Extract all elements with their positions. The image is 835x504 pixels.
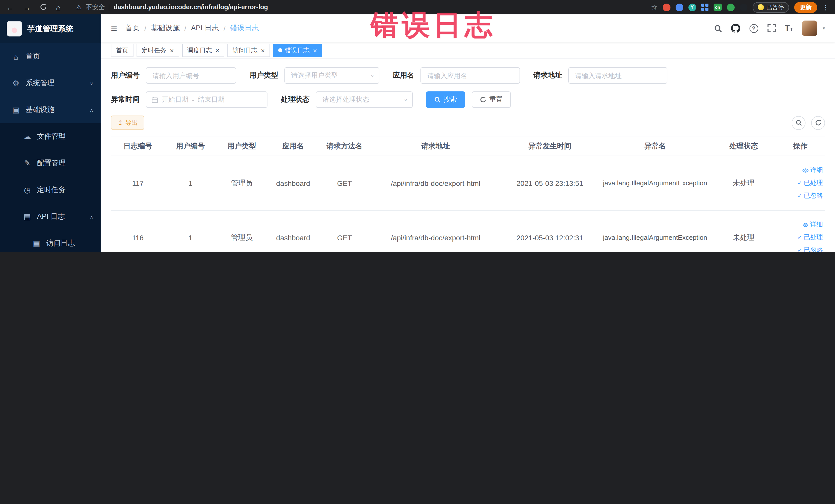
column-header: 应用名 (267, 137, 319, 156)
tab-schedule-log[interactable]: 调度日志× (182, 44, 224, 57)
extension-blue-icon[interactable] (675, 3, 683, 11)
ignore-link[interactable]: ✓已忽略 (797, 244, 823, 252)
row-actions: 详细✓已处理✓已忽略 (776, 164, 823, 202)
url-separator (109, 4, 109, 11)
sidebar-item-home[interactable]: ⌂首页 (0, 43, 101, 70)
sidebar-item-system-mgmt[interactable]: ⚙系统管理∨ (0, 70, 101, 97)
extension-teal-icon[interactable]: Y (688, 3, 696, 11)
browser-update-button[interactable]: 更新 (794, 2, 817, 13)
back-button[interactable]: ← (6, 3, 14, 12)
cell-app: dashboard (267, 156, 319, 210)
user-avatar[interactable] (802, 21, 817, 36)
reload-button[interactable] (40, 3, 47, 12)
tab-home[interactable]: 首页 (111, 44, 134, 57)
processed-link[interactable]: ✓已处理 (797, 177, 823, 189)
extension-dark-icon[interactable] (739, 3, 747, 11)
top-navbar: ≡ 首页/基础设施/API 日志/错误日志 ? TT ▾ (101, 14, 835, 42)
extension-green-icon[interactable] (727, 3, 734, 11)
sidebar-item-access-log[interactable]: ▤访问日志 (0, 230, 101, 252)
ignore-link[interactable]: ✓已忽略 (797, 190, 823, 202)
user-id-input[interactable] (146, 67, 236, 84)
detail-link[interactable]: 详细 (802, 164, 823, 176)
request-url-input[interactable] (568, 67, 667, 84)
request-url-label: 请求地址 (533, 71, 562, 80)
search-button[interactable]: 搜索 (426, 92, 465, 108)
search-icon (434, 97, 441, 103)
sidebar-item-infrastructure[interactable]: ▣基础设施∧ (0, 97, 101, 123)
check-icon: ✓ (797, 244, 802, 252)
sidebar-item-scheduled-jobs[interactable]: ◷定时任务 (0, 177, 101, 203)
sidebar-item-label: 基础设施 (26, 105, 55, 115)
table-tools (792, 116, 825, 130)
tab-error-log[interactable]: 错误日志× (273, 44, 322, 57)
chevron-down-icon: ∨ (89, 81, 94, 85)
eye-icon (802, 222, 809, 228)
close-tab-icon[interactable]: × (216, 47, 219, 54)
font-size-icon[interactable]: TT (785, 24, 793, 32)
chevron-down-icon: ∨ (370, 74, 374, 77)
extension-on-icon[interactable]: on (713, 4, 721, 11)
tab-access-log[interactable]: 访问日志× (227, 44, 270, 57)
app-brand[interactable]: 芋道管理系统 (0, 14, 101, 43)
row-actions: 详细✓已处理✓已忽略 (776, 219, 823, 252)
toggle-search-button[interactable] (792, 116, 806, 130)
close-tab-icon[interactable]: × (170, 47, 174, 54)
tab-scheduled-jobs[interactable]: 定时任务× (137, 44, 179, 57)
emoji-face-icon (757, 4, 763, 10)
table-body: 1171管理员dashboardGET/api/infra/db-doc/exp… (111, 156, 825, 252)
sidebar-item-file-mgmt[interactable]: ☁文件管理 (0, 123, 101, 150)
extension-red-icon[interactable] (663, 3, 670, 11)
start-date-placeholder: 开始日期 (162, 95, 188, 104)
search-button-label: 搜索 (444, 95, 457, 104)
date-range-input[interactable]: 开始日期 - 结束日期 (146, 92, 267, 108)
extension-grid-icon[interactable] (701, 4, 708, 11)
export-button[interactable]: ↥ 导出 (111, 116, 144, 130)
user-type-select[interactable]: 请选择用户类型 ∨ (284, 67, 380, 84)
search-icon[interactable] (714, 24, 721, 32)
close-tab-icon[interactable]: × (261, 47, 265, 54)
filter-user-id: 用户编号 (111, 67, 236, 84)
app-name-input[interactable] (421, 67, 520, 84)
process-status-select[interactable]: 请选择处理状态 ∨ (316, 92, 413, 108)
filter-app-name: 应用名 (393, 67, 520, 84)
breadcrumb-item[interactable]: 首页 (125, 24, 140, 33)
fullscreen-icon[interactable] (767, 24, 775, 32)
sidebar-menu: ⌂首页⚙系统管理∨▣基础设施∧☁文件管理✎配置管理◷定时任务▤API 日志∧▤访… (0, 43, 101, 252)
cell-exception: java.lang.IllegalArgumentException (598, 156, 712, 210)
chevron-down-icon: ∨ (404, 98, 408, 101)
close-tab-icon[interactable]: × (313, 47, 317, 54)
home-button[interactable]: ⌂ (56, 3, 61, 12)
table-header-row: 日志编号用户编号用户类型应用名请求方法名请求地址异常发生时间异常名处理状态操作 (111, 137, 825, 156)
bookmark-star-icon[interactable]: ☆ (651, 3, 657, 11)
sidebar-item-api-logs[interactable]: ▤API 日志∧ (0, 203, 101, 230)
export-button-label: 导出 (125, 118, 138, 127)
tags-view: 首页定时任务×调度日志×访问日志×错误日志× (101, 42, 835, 59)
breadcrumb-separator: / (144, 24, 147, 32)
monitor-icon: ▣ (11, 105, 21, 115)
cell-status: 未处理 (712, 210, 776, 252)
forward-button[interactable]: → (23, 3, 31, 12)
content-area: ≡ 首页/基础设施/API 日志/错误日志 ? TT ▾ (101, 14, 835, 252)
home-icon: ⌂ (11, 52, 21, 61)
sidebar-item-label: 文件管理 (37, 132, 66, 141)
browser-menu-button[interactable]: ⋮ (822, 3, 829, 11)
breadcrumb-item[interactable]: API 日志 (191, 24, 219, 33)
tab-label: 定时任务 (142, 46, 166, 55)
gear-icon: ⚙ (11, 79, 21, 88)
sidebar-toggle[interactable]: ≡ (111, 23, 117, 34)
sidebar-item-config-mgmt[interactable]: ✎配置管理 (0, 150, 101, 177)
reset-button[interactable]: 重置 (472, 92, 511, 108)
github-icon[interactable] (731, 24, 740, 33)
warning-icon: ⚠ (76, 4, 82, 11)
refresh-table-button[interactable] (811, 116, 825, 130)
profile-paused-badge[interactable]: 已暂停 (752, 2, 789, 13)
address-bar[interactable]: ⚠ 不安全 dashboard.yudao.iocoder.cn/infra/l… (67, 3, 645, 12)
calendar-icon (151, 96, 158, 103)
help-icon[interactable]: ? (749, 24, 758, 33)
breadcrumb-item[interactable]: 基础设施 (151, 24, 180, 33)
chevron-up-icon: ∧ (89, 107, 94, 112)
detail-link[interactable]: 详细 (802, 219, 823, 230)
processed-link[interactable]: ✓已处理 (797, 231, 823, 243)
breadcrumb-separator: / (224, 24, 226, 32)
filter-exception-time: 异常时间 开始日期 - 结束日期 (111, 92, 267, 108)
